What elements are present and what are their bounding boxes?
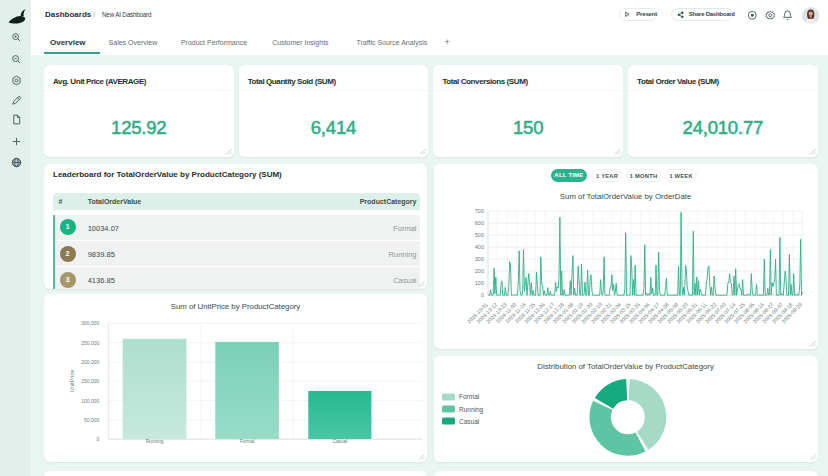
svg-text:250,000: 250,000: [81, 340, 99, 346]
svg-text:150,000: 150,000: [81, 378, 99, 384]
svg-text:100: 100: [474, 280, 483, 286]
svg-text:Casual: Casual: [332, 439, 347, 444]
svg-text:0: 0: [97, 436, 100, 442]
svg-text:Casual: Casual: [459, 417, 480, 424]
svg-text:200: 200: [474, 268, 483, 274]
svg-text:100,000: 100,000: [81, 398, 99, 404]
svg-text:200,000: 200,000: [81, 359, 99, 365]
svg-text:300: 300: [474, 256, 483, 262]
svg-text:Formal: Formal: [459, 393, 480, 400]
svg-text:600: 600: [474, 220, 483, 226]
svg-text:500: 500: [474, 232, 483, 238]
svg-text:Running: Running: [459, 405, 484, 413]
svg-text:50,000: 50,000: [84, 417, 100, 423]
svg-text:400: 400: [474, 244, 483, 250]
svg-text:300,000: 300,000: [81, 321, 99, 327]
svg-text:700: 700: [474, 208, 483, 214]
svg-text:Running: Running: [146, 439, 164, 444]
svg-text:Formal: Formal: [240, 439, 255, 444]
svg-text:0: 0: [481, 292, 484, 298]
svg-text:UnitPrice: UnitPrice: [69, 370, 75, 393]
